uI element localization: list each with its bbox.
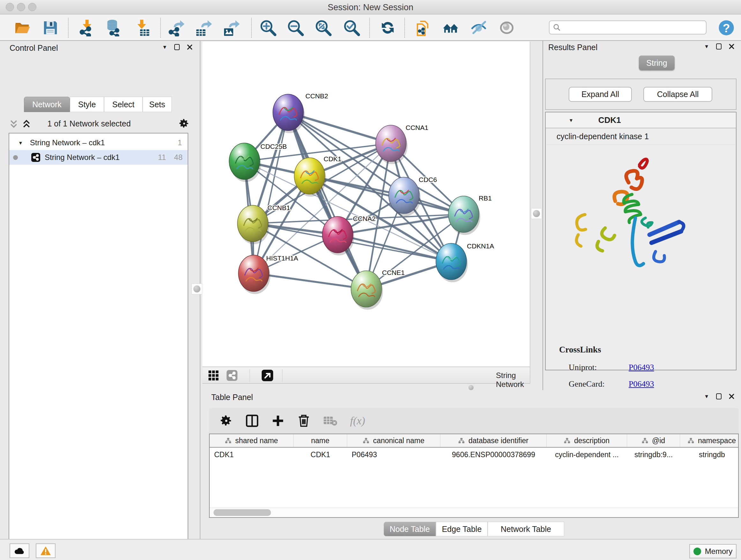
- node-CCNB2[interactable]: CCNB2: [273, 92, 328, 133]
- column-header-namespace[interactable]: namespace: [680, 434, 739, 447]
- hide-selected-button[interactable]: [470, 19, 488, 37]
- node-CCNE1[interactable]: CCNE1: [351, 269, 405, 310]
- node-HIST1H1A[interactable]: HIST1H1A: [239, 254, 298, 294]
- tab-node-table[interactable]: Node Table: [384, 522, 436, 537]
- node-CCNA1[interactable]: CCNA1: [376, 124, 428, 164]
- control-panel-float-icon[interactable]: [174, 44, 180, 50]
- save-session-button[interactable]: [42, 19, 59, 37]
- results-panel-menu-icon[interactable]: ▼: [704, 44, 709, 49]
- clone-network-button[interactable]: [414, 19, 432, 37]
- zoom-in-button[interactable]: [259, 19, 277, 37]
- column-header-shared-name[interactable]: shared name: [210, 434, 293, 447]
- column-header-description[interactable]: description: [547, 434, 627, 447]
- export-image-icon: [222, 19, 240, 37]
- column-header-name[interactable]: name: [293, 434, 347, 447]
- delete-column-trash-icon[interactable]: [297, 414, 311, 428]
- save-floppy-icon: [42, 19, 59, 37]
- zoom-selected-button[interactable]: [343, 19, 360, 37]
- string-badge-icon[interactable]: [226, 370, 238, 381]
- network-selection-bar: 1 of 1 Network selected: [6, 116, 194, 132]
- show-hidden-button[interactable]: [498, 19, 516, 37]
- search-input[interactable]: [561, 22, 706, 33]
- expand-all-button[interactable]: Expand All: [569, 87, 632, 102]
- network-graph[interactable]: CCNB2CCNA1CDC25BCDK1CDC6RB1CCNB1CCNA2CDK…: [202, 42, 530, 367]
- warnings-button[interactable]: [36, 543, 56, 558]
- network-row[interactable]: String Network – cdk1 11 48: [9, 150, 188, 165]
- node-RB1[interactable]: RB1: [448, 194, 492, 235]
- left-splitter-handle[interactable]: [192, 284, 202, 294]
- show-all-windows-button[interactable]: [442, 19, 460, 37]
- table-cell[interactable]: stringdb:9...: [627, 450, 680, 459]
- gene-card-header[interactable]: ▼ CDK1: [546, 112, 736, 128]
- node-count: 11: [158, 153, 166, 162]
- tab-string[interactable]: String: [639, 56, 675, 70]
- memory-button[interactable]: Memory: [689, 544, 737, 558]
- open-in-window-icon[interactable]: [262, 370, 273, 381]
- import-network-file-button[interactable]: [77, 19, 95, 37]
- tab-edge-table[interactable]: Edge Table: [436, 522, 488, 537]
- table-cell[interactable]: P06493: [347, 450, 441, 459]
- network-view-footer: String Network – cdk1 1 - 0 0 - 0: [202, 367, 530, 384]
- control-panel-close-icon[interactable]: [187, 44, 193, 50]
- results-panel-close-icon[interactable]: [729, 44, 735, 50]
- table-panel-float-icon[interactable]: [716, 393, 722, 399]
- edge-CCNB2-CCNE1[interactable]: [288, 112, 366, 289]
- network-collection-row[interactable]: ▼ String Network – cdk1 1: [9, 135, 188, 150]
- tree-expander-icon[interactable]: ▼: [18, 140, 23, 145]
- table-row[interactable]: CDK1CDK1P064939606.ENSP00000378699cyclin…: [210, 448, 738, 462]
- zoom-out-button[interactable]: [286, 19, 305, 37]
- crosslink-link[interactable]: P06493: [629, 363, 654, 372]
- table-cell[interactable]: cyclin-dependent ...: [547, 450, 627, 459]
- table-cell[interactable]: 9606.ENSP00000378699: [441, 450, 547, 459]
- column-header--id[interactable]: @id: [627, 434, 680, 447]
- export-image-button[interactable]: [222, 19, 240, 37]
- create-column-plus-icon[interactable]: [272, 415, 284, 427]
- table-panel-close-icon[interactable]: [729, 393, 735, 399]
- fit-content-button[interactable]: [314, 19, 332, 37]
- edge-HIST1H1A-CCNE1[interactable]: [254, 273, 366, 289]
- node-label-CCNE1: CCNE1: [382, 269, 405, 276]
- export-network-button[interactable]: [167, 19, 185, 37]
- gene-symbol: CDK1: [598, 115, 621, 125]
- right-splitter-handle[interactable]: [531, 208, 542, 219]
- refresh-button[interactable]: [379, 19, 397, 37]
- results-panel-float-icon[interactable]: [716, 44, 722, 50]
- cloud-status-button[interactable]: [10, 543, 29, 558]
- scrollbar-thumb[interactable]: [213, 509, 271, 516]
- control-panel-menu-icon[interactable]: ▼: [162, 45, 167, 50]
- show-columns-icon[interactable]: [246, 414, 259, 428]
- node-CDKN1A[interactable]: CDKN1A: [436, 242, 494, 282]
- birds-eye-grid-icon[interactable]: [208, 370, 219, 381]
- crosslink-link[interactable]: P06493: [629, 379, 654, 389]
- gene-expander-icon[interactable]: ▼: [569, 118, 574, 123]
- network-canvas[interactable]: CCNB2CCNA1CDC25BCDK1CDC6RB1CCNB1CCNA2CDK…: [202, 42, 530, 367]
- export-table-button[interactable]: [194, 19, 212, 37]
- import-network-database-button[interactable]: [105, 19, 122, 37]
- tab-sets[interactable]: Sets: [143, 97, 172, 112]
- table-cell[interactable]: CDK1: [293, 450, 347, 459]
- node-CDC25B[interactable]: CDC25B: [229, 143, 287, 182]
- edge-CDK1-RB1[interactable]: [310, 176, 464, 214]
- horizontal-splitter-handle[interactable]: [468, 385, 474, 390]
- edge-CCNB2-HIST1H1A[interactable]: [254, 112, 288, 273]
- table-cell[interactable]: stringdb: [680, 450, 739, 459]
- table-options-gear-icon[interactable]: [220, 415, 232, 427]
- open-session-button[interactable]: [13, 19, 31, 37]
- node-CCNA2[interactable]: CCNA2: [322, 215, 376, 255]
- horizontal-scrollbar[interactable]: [210, 508, 738, 517]
- column-header-database-identifier[interactable]: database identifier: [441, 434, 547, 447]
- node-CDC6[interactable]: CDC6: [389, 176, 437, 216]
- eye-gray-icon: [498, 19, 515, 37]
- import-table-file-button[interactable]: [133, 19, 151, 37]
- column-header-canonical-name[interactable]: canonical name: [347, 434, 441, 447]
- network-options-gear-icon[interactable]: [179, 118, 190, 129]
- tab-select[interactable]: Select: [104, 97, 143, 112]
- help-button[interactable]: ?: [718, 19, 735, 37]
- collapse-all-button[interactable]: Collapse All: [643, 87, 712, 102]
- tab-network-table[interactable]: Network Table: [488, 522, 564, 537]
- tab-network[interactable]: Network: [24, 97, 70, 112]
- tab-style[interactable]: Style: [70, 97, 104, 112]
- search-field[interactable]: [549, 20, 706, 35]
- table-panel-menu-icon[interactable]: ▼: [704, 394, 709, 399]
- table-cell[interactable]: CDK1: [210, 450, 293, 459]
